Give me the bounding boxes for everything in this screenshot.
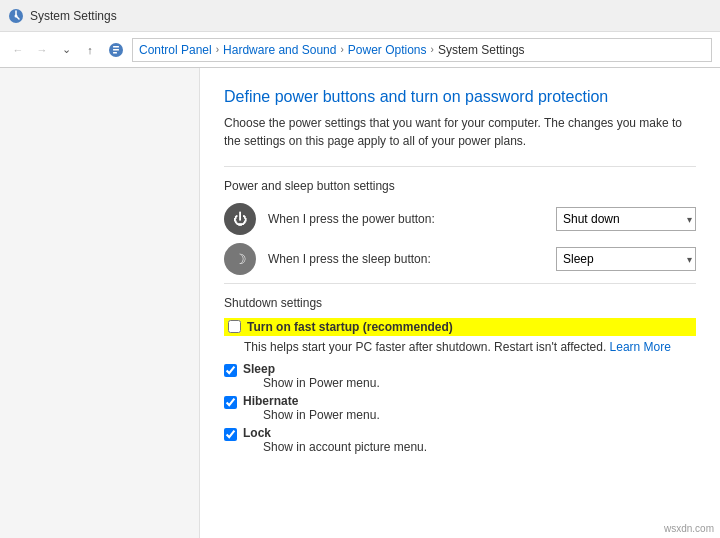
hibernate-checkbox-content: Hibernate Show in Power menu.: [243, 394, 696, 422]
power-dropdown-wrapper: Shut down Sleep Hibernate Do nothing Tur…: [556, 207, 696, 231]
sleep-dropdown[interactable]: Sleep Do nothing Hibernate Shut down: [556, 247, 696, 271]
breadcrumb: Control Panel › Hardware and Sound › Pow…: [132, 38, 712, 62]
power-section-label: Power and sleep button settings: [224, 179, 696, 193]
power-button-row: ⏻ When I press the power button: Shut do…: [224, 203, 696, 235]
page-description: Choose the power settings that you want …: [224, 114, 696, 150]
main-content: Define power buttons and turn on passwor…: [0, 68, 720, 538]
sleep-icon: ☽: [224, 243, 256, 275]
sleep-checkbox-row: Sleep Show in Power menu.: [224, 362, 696, 390]
breadcrumb-hardware-sound[interactable]: Hardware and Sound: [223, 43, 336, 57]
sleep-checkbox-sublabel: Show in Power menu.: [263, 376, 696, 390]
learn-more-link[interactable]: Learn More: [610, 340, 671, 354]
breadcrumb-system-settings: System Settings: [438, 43, 525, 57]
fast-startup-checkbox[interactable]: [228, 320, 241, 333]
sleep-dropdown-wrapper: Sleep Do nothing Hibernate Shut down ▾: [556, 247, 696, 271]
lock-checkbox-content: Lock Show in account picture menu.: [243, 426, 696, 454]
sidebar: [0, 68, 200, 538]
sleep-checkbox-label[interactable]: Sleep: [243, 362, 275, 376]
title-bar-text: System Settings: [30, 9, 117, 23]
breadcrumb-sep-3: ›: [431, 44, 434, 55]
breadcrumb-sep-2: ›: [340, 44, 343, 55]
sleep-checkbox-content: Sleep Show in Power menu.: [243, 362, 696, 390]
breadcrumb-sep-1: ›: [216, 44, 219, 55]
sleep-button-label: When I press the sleep button:: [268, 252, 544, 266]
breadcrumb-icon: [108, 42, 124, 58]
power-symbol: ⏻: [233, 211, 247, 227]
page-title: Define power buttons and turn on passwor…: [224, 88, 696, 106]
sleep-button-row: ☽ When I press the sleep button: Sleep D…: [224, 243, 696, 275]
divider-1: [224, 166, 696, 167]
power-icon: ⏻: [224, 203, 256, 235]
hibernate-checkbox[interactable]: [224, 396, 237, 409]
power-dropdown[interactable]: Shut down Sleep Hibernate Do nothing Tur…: [556, 207, 696, 231]
lock-checkbox-row: Lock Show in account picture menu.: [224, 426, 696, 454]
svg-rect-5: [113, 52, 117, 54]
lock-checkbox-sublabel: Show in account picture menu.: [263, 440, 696, 454]
fast-startup-label[interactable]: Turn on fast startup (recommended): [247, 320, 453, 334]
power-button-label: When I press the power button:: [268, 212, 544, 226]
svg-point-1: [15, 14, 18, 17]
content-area: Define power buttons and turn on passwor…: [200, 68, 720, 538]
sleep-checkbox[interactable]: [224, 364, 237, 377]
fast-startup-row: Turn on fast startup (recommended): [224, 318, 696, 336]
up-button[interactable]: ↑: [80, 40, 100, 60]
shutdown-section-label: Shutdown settings: [224, 296, 696, 310]
lock-checkbox[interactable]: [224, 428, 237, 441]
lock-checkbox-label[interactable]: Lock: [243, 426, 271, 440]
breadcrumb-control-panel[interactable]: Control Panel: [139, 43, 212, 57]
dropdown-button[interactable]: ⌄: [56, 40, 76, 60]
back-button[interactable]: ←: [8, 40, 28, 60]
hibernate-checkbox-row: Hibernate Show in Power menu.: [224, 394, 696, 422]
hibernate-checkbox-sublabel: Show in Power menu.: [263, 408, 696, 422]
fast-startup-description: This helps start your PC faster after sh…: [244, 340, 696, 354]
address-bar: ← → ⌄ ↑ Control Panel › Hardware and Sou…: [0, 32, 720, 68]
hibernate-checkbox-label[interactable]: Hibernate: [243, 394, 298, 408]
forward-button[interactable]: →: [32, 40, 52, 60]
app-icon: [8, 8, 24, 24]
title-bar: System Settings: [0, 0, 720, 32]
breadcrumb-power-options[interactable]: Power Options: [348, 43, 427, 57]
watermark: wsxdn.com: [664, 523, 714, 534]
svg-rect-3: [113, 46, 119, 48]
shutdown-section: Shutdown settings Turn on fast startup (…: [224, 296, 696, 454]
sleep-symbol: ☽: [234, 251, 247, 267]
svg-rect-4: [113, 49, 119, 51]
divider-2: [224, 283, 696, 284]
